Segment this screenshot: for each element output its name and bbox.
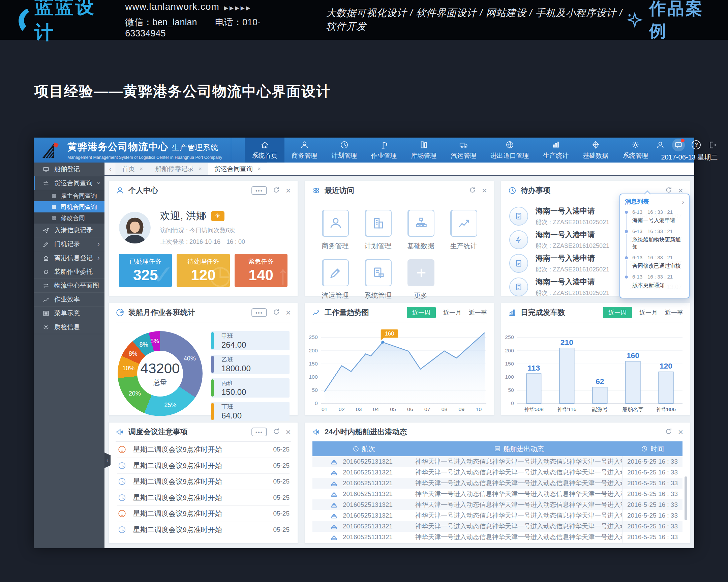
- message-item[interactable]: 6-13 16 : 33 : 21版本更新通知: [625, 274, 684, 289]
- close-icon[interactable]: ×: [286, 308, 291, 317]
- close-icon[interactable]: ×: [482, 186, 487, 195]
- warehouse-icon: [419, 140, 428, 149]
- more-options-button[interactable]: •••: [252, 428, 267, 436]
- sidebar-item-loading-commission[interactable]: 装船作业委托: [34, 265, 104, 279]
- refresh-icon[interactable]: [272, 427, 280, 437]
- sidebar-item-arrival-record[interactable]: 入港信息记录: [34, 224, 104, 237]
- trend-icon: [457, 216, 471, 230]
- sidebar-item-center-plan[interactable]: 物流中心平面图: [34, 279, 104, 293]
- help-icon[interactable]: ?: [692, 140, 701, 149]
- logout-icon[interactable]: [707, 140, 718, 150]
- tab-scroll-left-button[interactable]: ‹: [104, 162, 116, 175]
- stat-pending-tasks[interactable]: ◷待处理任务120: [177, 254, 230, 287]
- message-item[interactable]: 6-13 16 : 33 : 21系统船舶模块更新通知: [625, 228, 684, 251]
- sidebar-item-ship-register[interactable]: 船舶登记: [34, 162, 104, 176]
- table-row[interactable]: 20160525131321神华天津一号进入动态信息神华天津一号进入动态信息神华…: [312, 456, 682, 467]
- sidebar-item-quality-info[interactable]: 质检信息: [34, 320, 104, 334]
- stat-processed-tasks[interactable]: ✓已处理任务325: [119, 254, 172, 287]
- message-panel-title: 消息列表: [625, 198, 649, 206]
- refresh-icon[interactable]: [272, 308, 280, 317]
- svg-text:08: 08: [442, 407, 448, 412]
- message-item[interactable]: 6-13 16 : 33 : 21合同修改已通过审核: [625, 255, 684, 270]
- nav-item-plan[interactable]: 计划管理: [324, 137, 364, 162]
- sidebar-item-freight-contract[interactable]: 货运合同查询›: [34, 176, 104, 190]
- svg-text:05: 05: [390, 407, 396, 412]
- tile-more[interactable]: 更多: [399, 259, 442, 300]
- nav-item-business[interactable]: 商务管理: [284, 137, 324, 162]
- sidebar-subitem-driver-contract[interactable]: 司机合同查询: [34, 201, 104, 212]
- sidebar-item-gate-machine[interactable]: 门机记录›: [34, 237, 104, 251]
- message-item[interactable]: 6-13 16 : 33 : 21海南一号入港申请: [625, 209, 684, 224]
- tile-plan[interactable]: 计划管理: [357, 210, 399, 251]
- period-week-button[interactable]: 近一周: [603, 307, 632, 318]
- table-row[interactable]: 20160525131321神华天津一号进入动态信息神华天津一号进入动态信息神华…: [312, 499, 682, 510]
- visit-info: 访问情况 : 今日访问次数6次: [160, 226, 245, 234]
- nav-item-statistics[interactable]: 生产统计: [536, 137, 576, 162]
- nav-item-home[interactable]: 系统首页: [245, 137, 284, 162]
- data-diamond-icon: [591, 140, 600, 149]
- stat-urgent-tasks[interactable]: ↑紧急任务140: [235, 254, 287, 287]
- svg-text:能源号: 能源号: [592, 407, 608, 412]
- sidebar-subitem-employer-contract[interactable]: 雇主合同查询: [34, 190, 104, 201]
- nav-item-basedata[interactable]: 基础数据: [576, 137, 616, 162]
- period-quarter-button[interactable]: 近一季: [469, 308, 487, 317]
- person-icon: [300, 140, 309, 149]
- sidebar-subitem-modify-contract[interactable]: 修改合同: [34, 212, 104, 224]
- table-header: 航次 船舶进出动态 时间: [312, 441, 682, 456]
- tab-home[interactable]: 首页×: [116, 162, 149, 175]
- table-row[interactable]: 20160525131321神华天津一号进入动态信息神华天津一号进入动态信息神华…: [312, 510, 682, 521]
- refresh-icon[interactable]: [665, 427, 673, 437]
- table-row[interactable]: 20160525131321神华天津一号进入动态信息神华天津一号进入动态信息神华…: [312, 478, 682, 488]
- close-icon[interactable]: ×: [678, 428, 683, 436]
- svg-text:210: 210: [561, 338, 573, 346]
- tab-ship-berthing[interactable]: 船舶停靠记录×: [149, 162, 208, 175]
- period-week-button[interactable]: 近一周: [407, 307, 436, 318]
- table-scrollbar[interactable]: [684, 477, 687, 520]
- tile-business[interactable]: 商务管理: [314, 210, 357, 251]
- close-icon[interactable]: ×: [199, 166, 202, 172]
- table-row[interactable]: 20160525131321神华天津一号进入动态信息神华天津一号进入动态信息神华…: [312, 521, 682, 532]
- meeting-row[interactable]: 星期二调度会议9点准时开始05-25: [117, 490, 289, 506]
- meeting-row[interactable]: 星期二调度会议9点准时开始05-25: [117, 474, 289, 490]
- pie-chart-icon: [115, 308, 124, 317]
- tile-transport[interactable]: 汽运管理: [314, 259, 357, 300]
- close-icon[interactable]: ×: [286, 428, 291, 436]
- meeting-row[interactable]: 星期二调度会议9点准时开始05-25: [117, 442, 289, 458]
- avatar: [119, 212, 151, 244]
- tile-basedata[interactable]: 基础数据: [399, 210, 442, 251]
- nav-item-yard[interactable]: 库场管理: [404, 137, 444, 162]
- refresh-icon[interactable]: [468, 186, 476, 195]
- more-options-button[interactable]: •••: [252, 186, 267, 195]
- close-icon[interactable]: ×: [139, 166, 143, 172]
- meeting-row[interactable]: 星期二调度会议9点准时开始05-25: [117, 506, 289, 522]
- more-options-button[interactable]: •••: [252, 308, 267, 317]
- user-icon[interactable]: [655, 140, 665, 150]
- sidebar-item-efficiency[interactable]: 作业效率: [34, 293, 104, 306]
- nav-item-transport[interactable]: 汽运管理: [444, 137, 483, 162]
- tab-freight-contract[interactable]: 货运合同查询×: [208, 162, 267, 175]
- svg-text:62: 62: [596, 377, 604, 385]
- close-icon[interactable]: ×: [258, 166, 261, 172]
- meeting-row[interactable]: 星期二调度会议9点准时开始05-25: [117, 458, 289, 474]
- table-row[interactable]: 20160525131321神华天津一号进入动态信息神华天津一号进入动态信息神华…: [312, 488, 682, 499]
- chevron-right-icon[interactable]: ›: [682, 198, 684, 206]
- sidebar-item-departure-register[interactable]: 离港信息登记›: [34, 251, 104, 265]
- nav-item-gate[interactable]: 进出道口管理: [483, 137, 536, 162]
- tile-system[interactable]: 系统管理: [357, 259, 399, 300]
- refresh-icon[interactable]: [272, 186, 280, 195]
- close-icon[interactable]: ×: [286, 186, 291, 195]
- period-month-button[interactable]: 近一月: [639, 308, 657, 317]
- table-row[interactable]: 20160525131321神华天津一号进入动态信息神华天津一号进入动态信息神华…: [312, 532, 682, 542]
- nav-item-operation[interactable]: 作业管理: [364, 137, 404, 162]
- horn-icon: [312, 428, 320, 436]
- meeting-row[interactable]: 星期二调度会议9点准时开始05-25: [117, 522, 289, 538]
- lanlan-logo: 蓝蓝设计: [13, 0, 105, 46]
- period-month-button[interactable]: 近一月: [443, 308, 461, 317]
- period-quarter-button[interactable]: 近一季: [665, 308, 683, 317]
- tile-statistics[interactable]: 生产统计: [442, 210, 485, 251]
- grid-icon: [51, 216, 57, 221]
- table-row[interactable]: 20160525131321神华天津一号进入动态信息神华天津一号进入动态信息神华…: [312, 467, 682, 478]
- messages-icon[interactable]: [672, 138, 685, 151]
- sidebar-item-menu-demo[interactable]: 菜单示意: [34, 306, 104, 320]
- nav-item-system[interactable]: 系统管理: [616, 137, 655, 162]
